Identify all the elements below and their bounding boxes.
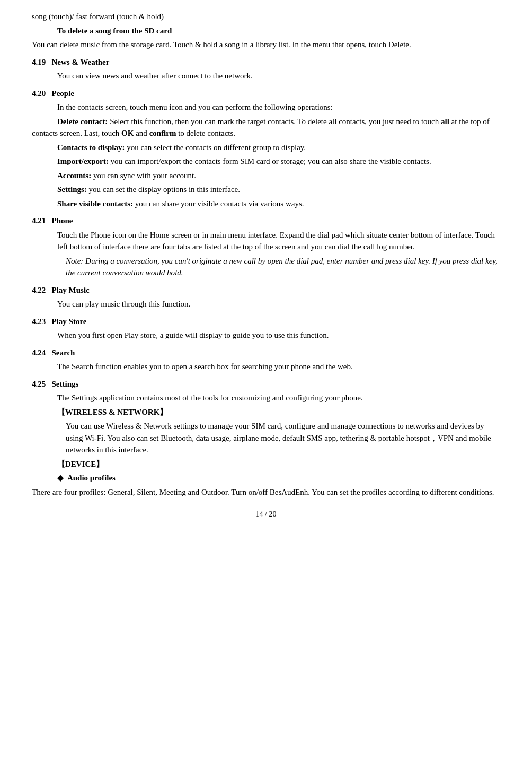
section-422-heading: 4.22 Play Music [32, 284, 500, 296]
contacts-to-display: Contacts to display: you can select the … [57, 142, 500, 154]
section-424-heading: 4.24 Search [32, 347, 500, 359]
section-423-heading: 4.23 Play Store [32, 316, 500, 328]
wireless-network-heading: 【WIRELESS & NETWORK】 [57, 406, 500, 418]
diamond-icon: ◆ [57, 474, 64, 482]
delete-body: You can delete music from the storage ca… [32, 39, 500, 51]
delete-contact-line: Delete contact: Select this function, th… [32, 116, 500, 139]
section-421-heading: 4.21 Phone [32, 215, 500, 227]
audio-profiles-heading: ◆ Audio profiles [57, 472, 500, 484]
section-425-body1: The Settings application contains most o… [57, 392, 500, 404]
wireless-body: You can use Wireless & Network settings … [66, 420, 500, 456]
section-421-body1: Touch the Phone icon on the Home screen … [57, 229, 500, 253]
section-424-body: The Search function enables you to open … [57, 361, 500, 373]
device-heading: 【DEVICE】 [57, 458, 500, 470]
delete-heading: To delete a song from the SD card [57, 25, 500, 37]
accounts: Accounts: you can sync with your account… [57, 170, 500, 182]
intro-line: song (touch)/ fast forward (touch & hold… [32, 11, 500, 23]
section-423-body: When you first open Play store, a guide … [57, 329, 500, 342]
share-visible-contacts: Share visible contacts: you can share yo… [57, 198, 500, 210]
section-422-body: You can play music through this function… [57, 298, 500, 310]
section-421-note: Note: During a conversation, you can't o… [66, 255, 500, 279]
delete-heading-text: To delete a song from the SD card [57, 27, 172, 35]
audio-body: There are four profiles: General, Silent… [32, 486, 500, 499]
section-425-heading: 4.25 Settings [32, 378, 500, 390]
section-419-body: You can view news and weather after conn… [57, 70, 500, 82]
section-420-body1: In the contacts screen, touch menu icon … [57, 101, 500, 113]
page-footer: 14 / 20 [32, 509, 500, 520]
import-export: Import/export: you can import/export the… [57, 155, 500, 168]
section-419-heading: 4.19 News & Weather [32, 56, 500, 68]
settings-item: Settings: you can set the display option… [57, 183, 500, 196]
section-420-heading: 4.20 People [32, 88, 500, 100]
